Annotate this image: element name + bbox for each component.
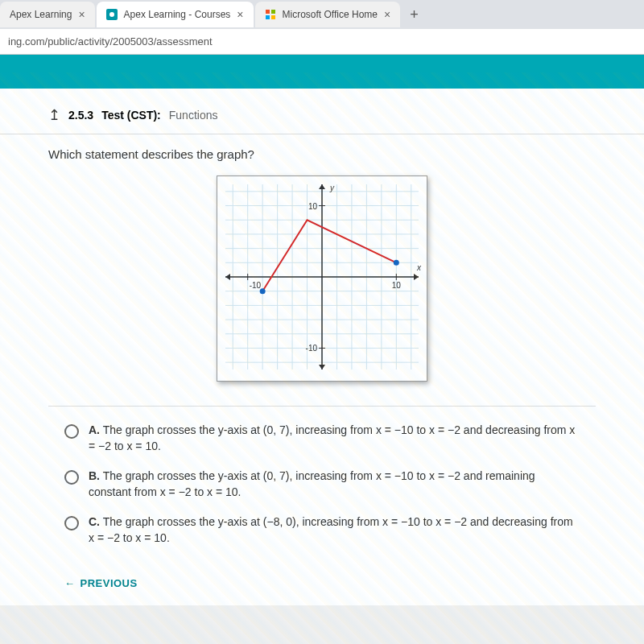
test-label: Test (CST):	[101, 109, 161, 122]
svg-text:10: 10	[308, 202, 318, 211]
main-content: ↥ 2.5.3 Test (CST): Functions Which stat…	[0, 89, 644, 605]
app-header-bar	[0, 55, 644, 89]
svg-rect-3	[271, 10, 275, 14]
svg-text:10: 10	[392, 281, 402, 290]
tab-title: Apex Learning - Courses	[124, 9, 231, 20]
arrow-left-icon: ←	[64, 577, 76, 589]
option-c[interactable]: C. The graph crosses the y-axis at (−8, …	[64, 514, 580, 546]
close-icon[interactable]: ×	[384, 8, 390, 21]
svg-point-1	[109, 12, 114, 17]
close-icon[interactable]: ×	[78, 8, 85, 21]
svg-rect-5	[271, 15, 275, 19]
question-text: Which statement describes the graph?	[0, 134, 644, 167]
svg-marker-36	[319, 184, 325, 189]
tab-title: Microsoft Office Home	[283, 9, 378, 20]
svg-text:-10: -10	[306, 344, 318, 353]
answer-options: A. The graph crosses the y-axis at (0, 7…	[0, 415, 644, 569]
url-text: ing.com/public/activity/2005003/assessme…	[8, 35, 213, 47]
option-b[interactable]: B. The graph crosses the y-axis at (0, 7…	[64, 469, 580, 500]
option-text: B. The graph crosses the y-axis at (0, 7…	[89, 469, 580, 500]
tab-apex-learning[interactable]: Apex Learning ×	[0, 2, 95, 27]
option-a[interactable]: A. The graph crosses the y-axis at (0, 7…	[64, 423, 580, 454]
svg-text:y: y	[329, 184, 335, 192]
back-arrow-icon[interactable]: ↥	[48, 106, 60, 124]
tab-apex-courses[interactable]: Apex Learning - Courses ×	[97, 2, 254, 27]
breadcrumb: ↥ 2.5.3 Test (CST): Functions	[0, 97, 644, 134]
browser-tabs: Apex Learning × Apex Learning - Courses …	[0, 0, 644, 29]
address-bar[interactable]: ing.com/public/activity/2005003/assessme…	[0, 29, 644, 55]
svg-marker-35	[225, 274, 230, 280]
nav-footer: ← PREVIOUS	[0, 569, 644, 597]
svg-marker-34	[414, 274, 419, 280]
svg-text:-10: -10	[250, 281, 262, 290]
section-number: 2.5.3	[68, 109, 93, 122]
topic-label: Functions	[169, 109, 218, 122]
office-icon	[265, 9, 276, 20]
apex-icon	[106, 9, 118, 20]
new-tab-button[interactable]: +	[402, 6, 427, 23]
radio-button[interactable]	[64, 424, 79, 439]
svg-marker-37	[319, 365, 325, 369]
svg-rect-2	[266, 10, 270, 14]
radio-button[interactable]	[64, 470, 79, 485]
option-text: C. The graph crosses the y-axis at (−8, …	[89, 514, 580, 546]
tab-title: Apex Learning	[10, 9, 72, 20]
graph-container: 10-1010-10yx	[0, 167, 644, 398]
radio-button[interactable]	[64, 516, 79, 530]
previous-label: PREVIOUS	[80, 577, 138, 589]
option-text: A. The graph crosses the y-axis at (0, 7…	[89, 423, 580, 454]
svg-rect-4	[266, 15, 270, 19]
tab-microsoft-office[interactable]: Microsoft Office Home ×	[255, 2, 401, 27]
svg-text:x: x	[416, 263, 422, 272]
previous-button[interactable]: ← PREVIOUS	[64, 577, 580, 589]
divider	[48, 406, 596, 407]
close-icon[interactable]: ×	[237, 8, 243, 21]
svg-point-48	[260, 288, 266, 294]
svg-point-49	[394, 260, 399, 266]
graph: 10-1010-10yx	[217, 175, 427, 382]
